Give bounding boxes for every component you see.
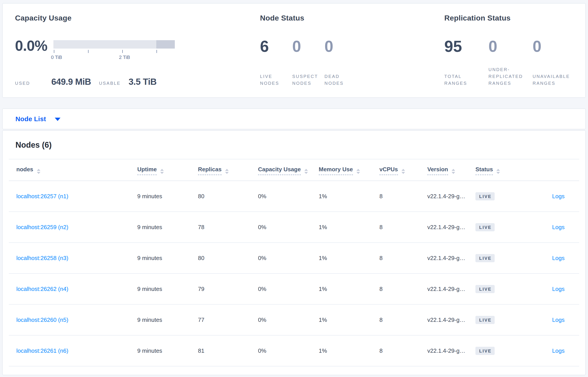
replicas-cell: 81: [198, 347, 258, 354]
usable-label: USABLE: [99, 81, 120, 86]
vcpus-cell: 8: [379, 193, 427, 200]
usable-value: 3.5 TiB: [129, 77, 157, 87]
status-badge: LIVE: [475, 192, 495, 200]
under-replicated-ranges-value: 0: [488, 38, 533, 54]
replicas-cell: 77: [198, 317, 258, 323]
table-header-row: nodes Uptime Replicas Capacity Usage Mem…: [9, 159, 579, 181]
column-header-status[interactable]: Status: [475, 166, 529, 174]
replication-status-title: Replication Status: [444, 13, 585, 23]
sort-icon: [37, 169, 40, 174]
column-header-version[interactable]: Version: [427, 166, 475, 174]
axis-tick-label: 0 TiB: [51, 55, 62, 60]
used-value: 649.9 MiB: [51, 77, 91, 87]
table-row: localhost:26260 (n5) 9 minutes 77 0% 1% …: [9, 305, 579, 335]
memory-cell: 1%: [319, 286, 379, 293]
logs-link[interactable]: Logs: [552, 255, 564, 261]
version-cell: v22.1.4-29-g…: [427, 317, 475, 323]
column-header-vcpus[interactable]: vCPUs: [379, 166, 427, 174]
total-ranges-stat: 95 TOTAL RANGES: [444, 38, 488, 87]
capacity-usage-panel: Capacity Usage 0.0% 0 TiB 2: [15, 13, 260, 97]
node-link[interactable]: localhost:26260 (n5): [16, 317, 69, 323]
capacity-bar-chart: 0 TiB 2 TiB: [53, 38, 175, 61]
logs-link[interactable]: Logs: [552, 224, 564, 230]
live-nodes-label: LIVE NODES: [260, 73, 292, 87]
nodes-section-title: Nodes (6): [3, 131, 585, 150]
under-replicated-ranges-label: UNDER-REPLICATED RANGES: [488, 66, 533, 87]
chevron-down-icon[interactable]: [55, 118, 60, 121]
used-label: USED: [15, 81, 30, 86]
status-badge: LIVE: [475, 316, 495, 324]
status-badge: LIVE: [475, 223, 495, 231]
logs-link[interactable]: Logs: [552, 347, 564, 354]
memory-cell: 1%: [319, 193, 379, 200]
dead-nodes-value: 0: [324, 38, 357, 54]
memory-cell: 1%: [319, 224, 379, 231]
status-badge: LIVE: [475, 254, 495, 262]
sort-icon: [496, 169, 500, 174]
nodes-table-card: Nodes (6) nodes Uptime Replicas Capacity…: [2, 130, 586, 375]
version-cell: v22.1.4-29-g…: [427, 286, 475, 293]
capacity-cell: 0%: [258, 286, 319, 293]
column-header-memory-use[interactable]: Memory Use: [319, 166, 379, 174]
sort-icon: [304, 169, 308, 174]
capacity-axis-ticks: [53, 50, 175, 53]
memory-cell: 1%: [319, 317, 379, 323]
live-nodes-value: 6: [260, 38, 292, 54]
table-row: localhost:26262 (n4) 9 minutes 79 0% 1% …: [9, 274, 579, 305]
vcpus-cell: 8: [379, 347, 427, 354]
logs-link[interactable]: Logs: [552, 193, 564, 200]
axis-tick: [88, 50, 89, 53]
replicas-cell: 78: [198, 224, 258, 231]
suspect-nodes-label: SUSPECT NODES: [292, 73, 324, 87]
node-link[interactable]: localhost:26259 (n2): [16, 224, 69, 230]
capacity-cell: 0%: [258, 255, 319, 261]
node-link[interactable]: localhost:26258 (n3): [16, 255, 69, 261]
logs-link[interactable]: Logs: [552, 317, 564, 323]
unavailable-ranges-value: 0: [533, 38, 577, 54]
sort-icon: [356, 169, 360, 174]
unavailable-ranges-stat: 0 UNAVAILABLE RANGES: [533, 38, 577, 87]
uptime-cell: 9 minutes: [137, 286, 198, 293]
vcpus-cell: 8: [379, 224, 427, 231]
total-ranges-label: TOTAL RANGES: [444, 73, 488, 87]
logs-link[interactable]: Logs: [552, 286, 564, 292]
status-badge: LIVE: [475, 285, 495, 293]
capacity-usage-title: Capacity Usage: [15, 13, 260, 23]
capacity-cell: 0%: [258, 317, 319, 323]
axis-tick: [54, 50, 54, 53]
uptime-cell: 9 minutes: [137, 224, 198, 231]
sort-icon: [401, 169, 405, 174]
suspect-nodes-value: 0: [292, 38, 324, 54]
node-status-title: Node Status: [260, 13, 444, 23]
node-status-panel: Node Status 6 LIVE NODES 0 SUSPECT NODES…: [260, 13, 444, 97]
uptime-cell: 9 minutes: [137, 255, 198, 261]
column-header-uptime[interactable]: Uptime: [137, 166, 198, 174]
sort-icon: [160, 169, 164, 174]
replication-status-panel: Replication Status 95 TOTAL RANGES 0 UND…: [444, 13, 585, 97]
node-link[interactable]: localhost:26257 (n1): [16, 193, 69, 200]
vcpus-cell: 8: [379, 317, 427, 323]
live-nodes-stat: 6 LIVE NODES: [260, 38, 292, 87]
column-header-replicas[interactable]: Replicas: [198, 166, 258, 174]
column-header-nodes[interactable]: nodes: [16, 166, 137, 174]
node-link[interactable]: localhost:26261 (n6): [16, 347, 69, 354]
version-cell: v22.1.4-29-g…: [427, 224, 475, 231]
column-header-capacity-usage[interactable]: Capacity Usage: [258, 166, 319, 174]
capacity-cell: 0%: [258, 193, 319, 200]
dead-nodes-label: DEAD NODES: [324, 73, 357, 87]
axis-tick-label: 2 TiB: [119, 55, 130, 60]
uptime-cell: 9 minutes: [137, 347, 198, 354]
capacity-bar: [53, 40, 175, 48]
vcpus-cell: 8: [379, 255, 427, 261]
uptime-cell: 9 minutes: [137, 317, 198, 323]
capacity-bar-highlight-segment: [156, 40, 175, 48]
dead-nodes-stat: 0 DEAD NODES: [324, 38, 357, 87]
node-list-dropdown[interactable]: Node List: [15, 115, 46, 123]
table-row: localhost:26259 (n2) 9 minutes 78 0% 1% …: [9, 212, 579, 243]
unavailable-ranges-label: UNAVAILABLE RANGES: [533, 73, 577, 87]
node-link[interactable]: localhost:26262 (n4): [16, 286, 69, 292]
version-cell: v22.1.4-29-g…: [427, 347, 475, 354]
capacity-used-percent: 0.0%: [15, 38, 47, 53]
version-cell: v22.1.4-29-g…: [427, 193, 475, 200]
table-row: localhost:26258 (n3) 9 minutes 80 0% 1% …: [9, 243, 579, 274]
